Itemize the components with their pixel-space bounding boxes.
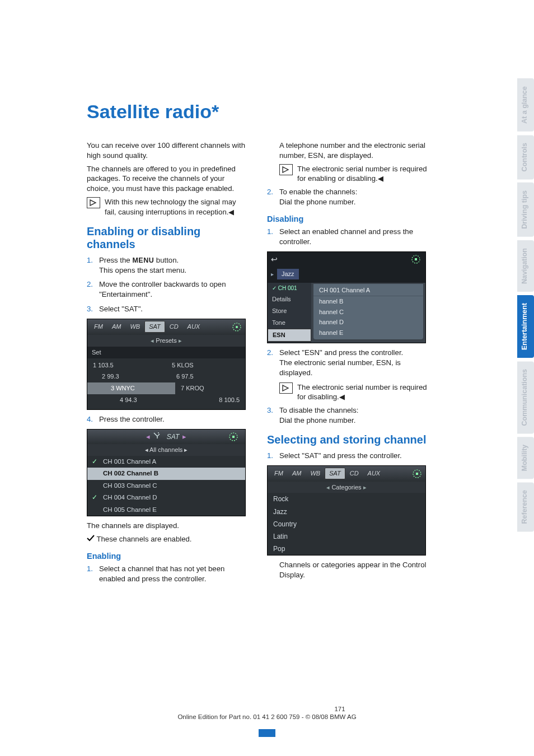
- steps-list-1b: 4.Press the controller.: [87, 414, 247, 424]
- channel-row-highlight: CH 002 Channel B: [87, 468, 245, 480]
- disable-steps-3: 3.To disable the channels:Dial the phone…: [267, 405, 427, 426]
- step-number: 3.: [267, 405, 273, 416]
- side-tab-driving-tips[interactable]: Driving tips: [517, 183, 534, 237]
- footer-text: Online Edition for Part no. 01 41 2 600 …: [177, 713, 356, 720]
- tab-sat-selected: SAT: [325, 468, 345, 479]
- note-esn-enable: The electronic serial number is required…: [267, 164, 427, 184]
- heading-enable-disable: Enabling or disabling channels: [87, 225, 247, 251]
- enable-step-1: 1.Select a channel that has not yet been…: [87, 564, 247, 584]
- disable-step-2a: Select "ESN" and press the controller.: [279, 348, 403, 357]
- side-tab-communications[interactable]: Communications: [517, 361, 534, 433]
- channel-row: CH 003 Channel C: [87, 480, 245, 492]
- tab-fm: FM: [90, 320, 107, 333]
- category-row: Latin: [268, 530, 425, 543]
- figure-presets: FM AM WB SAT CD AUX ◂ Presets ▸ Set 1 10…: [87, 319, 246, 410]
- step-4-text: Press the controller.: [99, 415, 165, 423]
- tab-am: AM: [107, 320, 126, 333]
- side-tab-controls[interactable]: Controls: [517, 135, 534, 179]
- heading-enabling: Enabling: [87, 551, 247, 562]
- step-3-text: Select "SAT".: [99, 305, 143, 313]
- tab-sat-selected: SAT: [144, 321, 165, 333]
- step-2: 2.Move the controller backwards to open …: [87, 279, 247, 300]
- preset-cell: 8 100.5: [180, 394, 245, 406]
- note-signal: With this new technology the signal may …: [87, 197, 247, 217]
- arrow-left-icon: ◂: [146, 432, 150, 442]
- select-step-1-text: Select "SAT" and press the controller.: [279, 451, 402, 460]
- side-tab-navigation[interactable]: Navigation: [517, 240, 534, 292]
- menu-item-esn-selected: ESN: [268, 329, 311, 342]
- category-row: Pop: [268, 543, 425, 555]
- figure-tabs: FM AM WB SAT CD AUX: [268, 466, 425, 482]
- sat-label: SAT: [167, 432, 179, 441]
- channel-bubble: CH 001 Channel A hannel B hannel C hanne…: [313, 284, 423, 339]
- figure-all-channels: ◂ SAT ▸ ◂ All channels ▸ ✓CH 001 Channel…: [87, 429, 246, 516]
- disable-steps-1: 1.Select an enabled channel and press th…: [267, 227, 427, 247]
- figure-subheader: ◂ Presets ▸: [87, 335, 245, 347]
- figure3-left-menu: ✓ CH 001 Details Store Tone ESN: [268, 283, 311, 343]
- disable-step-1: 1.Select an enabled channel and press th…: [267, 227, 427, 247]
- disable-step-3a: To disable the channels:: [279, 406, 359, 414]
- tab-fm: FM: [270, 467, 288, 480]
- tab-cd: CD: [345, 467, 363, 480]
- step-number: 1.: [87, 564, 93, 574]
- category-row: Rock: [268, 493, 425, 505]
- figure-set-row: Set: [87, 347, 245, 358]
- figure-esn-menu: ↩ ▸Jazz ✓ CH 001 Details Store Tone ESN: [267, 251, 426, 343]
- preset-cell: 6 97.5: [171, 371, 245, 382]
- bubble-row: hannel D: [313, 317, 423, 328]
- step-number: 3.: [87, 304, 93, 314]
- channel-row: ✓CH 004 Channel D: [87, 492, 245, 504]
- step-1: 1. Press the MENU button. This opens the…: [87, 255, 247, 276]
- select-result-text: Channels or categories appear in the Con…: [267, 560, 427, 580]
- note-text: The electronic serial number is required…: [297, 382, 427, 403]
- preset-cell: 1 103.5: [87, 360, 166, 371]
- side-tab-mobility[interactable]: Mobility: [517, 437, 534, 479]
- note-text: The electronic serial number is required…: [297, 164, 427, 184]
- menu-item-store: Store: [268, 305, 311, 317]
- step-1-text-a: Press the: [99, 256, 132, 264]
- enable-step-2a: To enable the channels:: [279, 188, 357, 196]
- note-end-icon: ◀: [228, 207, 234, 217]
- side-tab-at-a-glance[interactable]: At a glance: [517, 78, 534, 132]
- page-number: 171: [146, 706, 534, 712]
- svg-point-3: [158, 432, 159, 433]
- figure2-header: ◂ SAT ▸: [87, 430, 245, 444]
- step-number: 1.: [267, 227, 273, 237]
- esn-displayed-text: A telephone number and the electronic se…: [267, 141, 427, 161]
- svg-marker-9: [283, 385, 288, 391]
- tab-cd: CD: [165, 320, 183, 333]
- bubble-row: hannel E: [313, 328, 423, 338]
- preset-cell: 2 99.3: [87, 371, 171, 382]
- sat-antenna-icon: [152, 431, 161, 442]
- channel-row: ✓CH 001 Channel A: [87, 456, 245, 468]
- check-icon: ✓: [92, 458, 97, 466]
- preset-row: 2 99.36 97.5: [87, 371, 245, 382]
- figure2-subheader: ◂ All channels ▸: [87, 444, 245, 456]
- step-number: 2.: [267, 187, 273, 197]
- side-tab-entertainment-active[interactable]: Entertainment: [517, 295, 534, 358]
- note-end-icon: ◀: [378, 174, 383, 184]
- two-columns: You can receive over 100 different chann…: [87, 137, 512, 589]
- menu-item-tone: Tone: [268, 317, 311, 329]
- figure-body: 1 103.55 KLOS 2 99.36 97.5 3 WNYC7 KROQ …: [87, 358, 245, 409]
- svg-rect-11: [416, 473, 418, 475]
- step-3: 3.Select "SAT".: [87, 304, 247, 314]
- preset-cell: 5 KLOS: [166, 360, 245, 371]
- bubble-header: CH 001 Channel A: [313, 285, 423, 296]
- step-number: 1.: [267, 451, 273, 461]
- category-chip: Jazz: [277, 269, 299, 279]
- preset-row: 4 94.38 100.5: [87, 394, 245, 406]
- enable-steps-2: 2.To enable the channels:Dial the phone …: [267, 187, 427, 207]
- knob-icon: [410, 253, 422, 265]
- enabled-legend: These channels are enabled.: [87, 534, 247, 544]
- step-number: 2.: [267, 348, 273, 358]
- note-icon: [279, 164, 293, 175]
- step-4: 4.Press the controller.: [87, 414, 247, 424]
- figure-tabs: FM AM WB SAT CD AUX: [87, 319, 245, 335]
- page-footer: 171 Online Edition for Part no. 01 41 2 …: [0, 706, 534, 720]
- channels-displayed-text: The channels are displayed.: [87, 521, 247, 531]
- side-tab-reference[interactable]: Reference: [517, 482, 534, 531]
- svg-rect-8: [415, 258, 417, 260]
- check-icon: ✓: [92, 493, 97, 502]
- step-2-text: Move the controller backwards to open "E…: [99, 280, 226, 298]
